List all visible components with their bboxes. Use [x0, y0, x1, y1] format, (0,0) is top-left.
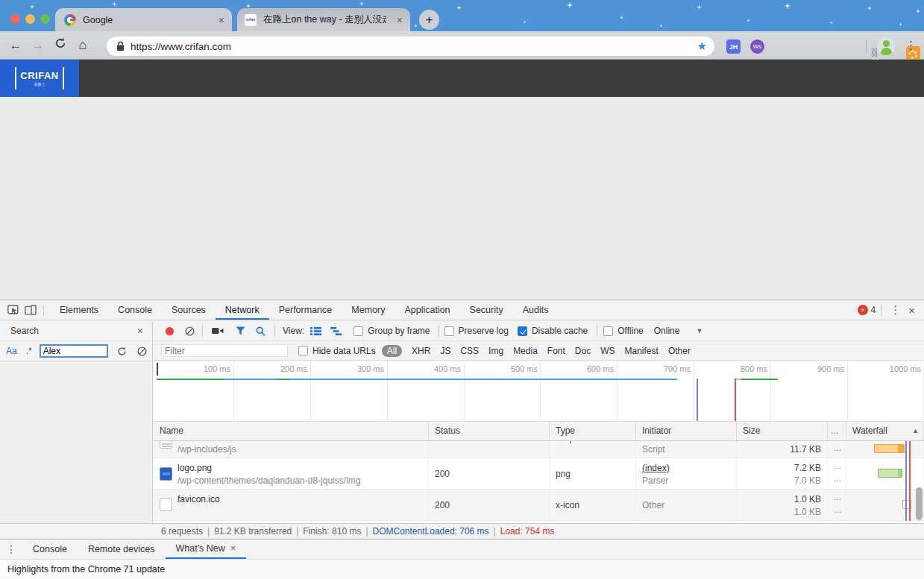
window-close-button[interactable] [10, 14, 20, 24]
filter-type-font[interactable]: Font [547, 346, 565, 356]
hide-data-urls-label[interactable]: Hide data URLs [312, 346, 376, 356]
site-logo[interactable]: CRIFAN 在路上 [0, 60, 79, 97]
request-initiator-cell[interactable]: Script [636, 441, 737, 458]
sort-ascending-icon[interactable]: ▲ [912, 422, 919, 440]
devtools-close-icon[interactable]: × [908, 304, 915, 317]
bookmark-star-icon[interactable]: ★ [697, 39, 707, 53]
column-header-status[interactable]: Status [429, 422, 550, 440]
inspect-element-icon[interactable] [7, 305, 19, 315]
devtools-tab-network[interactable]: Network [216, 300, 269, 320]
search-magnifier-icon[interactable] [256, 326, 265, 336]
devtools-tab-performance[interactable]: Performance [269, 300, 342, 320]
throttling-select[interactable]: Online [654, 326, 680, 336]
drawer-tab-whats-new[interactable]: What's New × [166, 540, 247, 559]
filter-type-other[interactable]: Other [668, 346, 691, 356]
filter-type-img[interactable]: Img [488, 346, 503, 356]
disable-cache-checkbox[interactable] [518, 326, 527, 336]
search-clear-icon[interactable] [137, 347, 147, 356]
vertical-scrollbar[interactable] [916, 487, 923, 520]
extension-ws-icon[interactable]: Ws [750, 39, 764, 54]
tab-close-icon[interactable]: × [397, 15, 403, 25]
column-header-type[interactable]: Type [550, 422, 636, 440]
regex-toggle[interactable]: .* [26, 346, 32, 356]
window-zoom-button[interactable] [40, 14, 50, 24]
match-case-toggle[interactable]: Aa [6, 346, 17, 356]
devtools-menu-icon[interactable]: ⋮ [890, 303, 901, 317]
request-row-wp-includes-js[interactable]: /wp-includes/js 200 script Script 11.7 K… [154, 441, 924, 458]
initiator-link[interactable]: (index) [642, 462, 736, 475]
browser-menu-icon[interactable]: ⋮ [905, 39, 917, 52]
preserve-log-label[interactable]: Preserve log [459, 326, 509, 336]
group-by-frame-label[interactable]: Group by frame [368, 326, 430, 336]
waterfall-bar-image[interactable] [878, 469, 902, 478]
chevron-down-icon[interactable]: ▼ [696, 327, 703, 335]
filter-type-media[interactable]: Media [513, 346, 538, 356]
request-row-favicon-ico[interactable]: favicon.ico 200 x-icon Other 1.0 KB 1.0 … [154, 490, 924, 521]
request-size-cell: 1.0 KB 1.0 KB [737, 490, 828, 520]
new-tab-button[interactable]: + [419, 10, 439, 30]
forward-button[interactable]: → [27, 38, 49, 53]
filter-type-css[interactable]: CSS [460, 346, 479, 356]
column-header-more[interactable]: ... [828, 422, 846, 440]
reload-button[interactable] [49, 37, 72, 53]
filter-type-manifest[interactable]: Manifest [625, 346, 659, 356]
devtools-tab-console[interactable]: Console [108, 300, 162, 320]
search-refresh-icon[interactable] [117, 347, 127, 356]
extension-jh-icon[interactable]: JH [726, 39, 741, 54]
profile-avatar[interactable] [877, 37, 895, 55]
devtools-tab-sources[interactable]: Sources [162, 300, 216, 320]
drawer-menu-icon[interactable]: ⋮ [6, 543, 16, 555]
browser-tab-crifan[interactable]: crifan 在路上on the way - 走别人没走 × [237, 8, 410, 31]
devtools-tab-security[interactable]: Security [460, 300, 513, 320]
browser-tab-google[interactable]: Google × [55, 8, 232, 31]
filter-input[interactable] [161, 344, 288, 357]
waterfall-bar-script[interactable] [874, 444, 905, 453]
summary-separator: | [494, 526, 496, 537]
search-input[interactable] [40, 344, 108, 358]
url-text[interactable]: https://www.crifan.com [131, 41, 231, 52]
filter-funnel-icon[interactable] [236, 326, 245, 335]
console-error-icon[interactable]: × [858, 305, 868, 315]
devtools-tab-memory[interactable]: Memory [342, 300, 395, 320]
home-button[interactable]: ⌂ [72, 37, 94, 53]
record-icon[interactable] [166, 327, 174, 335]
view-overview-icon[interactable] [330, 327, 342, 335]
group-by-frame-checkbox[interactable] [353, 326, 363, 336]
drawer-tab-close-icon[interactable]: × [230, 539, 236, 558]
devtools-tab-application[interactable]: Application [395, 300, 459, 320]
window-minimize-button[interactable] [25, 14, 35, 24]
search-close-icon[interactable]: × [137, 325, 143, 337]
more-dots: ... [834, 491, 846, 504]
star-decoration [747, 19, 749, 22]
request-row-logo-png[interactable]: logo.png /wp-content/themes/daqianduan-d… [154, 458, 924, 490]
filter-type-js[interactable]: JS [440, 346, 450, 356]
clear-icon[interactable] [185, 326, 195, 336]
view-list-icon[interactable] [310, 327, 321, 335]
column-header-name[interactable]: Name [154, 422, 429, 440]
filter-type-xhr[interactable]: XHR [412, 346, 430, 356]
column-header-waterfall[interactable]: Waterfall ▲ [846, 422, 924, 440]
drawer-tab-remote-devices[interactable]: Remote devices [78, 540, 166, 559]
filter-type-all[interactable]: All [382, 345, 402, 357]
filter-type-ws[interactable]: WS [600, 346, 615, 356]
tab-close-icon[interactable]: × [219, 15, 224, 25]
device-toolbar-icon[interactable] [25, 305, 37, 315]
console-error-count[interactable]: 4 [871, 305, 876, 315]
column-header-size[interactable]: Size [737, 422, 828, 440]
drawer-tab-console[interactable]: Console [22, 540, 78, 559]
screenshot-camera-icon[interactable] [212, 327, 224, 335]
devtools-tab-audits[interactable]: Audits [513, 300, 559, 320]
hide-data-urls-checkbox[interactable] [298, 346, 308, 355]
address-bar[interactable]: https://www.crifan.com ★ [107, 37, 714, 56]
filter-type-doc[interactable]: Doc [575, 346, 591, 356]
column-header-initiator[interactable]: Initiator [636, 422, 737, 440]
devtools-tab-elements[interactable]: Elements [50, 300, 108, 320]
preserve-log-checkbox[interactable] [444, 326, 454, 336]
back-button[interactable]: ← [4, 38, 27, 53]
network-overview-timeline[interactable]: 100 ms 200 ms 300 ms 400 ms 500 ms 600 m… [154, 361, 924, 422]
offline-label[interactable]: Offline [617, 326, 643, 336]
whats-new-headline: Highlights from the Chrome 71 update [0, 559, 924, 579]
disable-cache-label[interactable]: Disable cache [532, 326, 588, 336]
offline-checkbox[interactable] [603, 326, 613, 336]
timeline-tick-label: 700 ms [617, 361, 694, 379]
